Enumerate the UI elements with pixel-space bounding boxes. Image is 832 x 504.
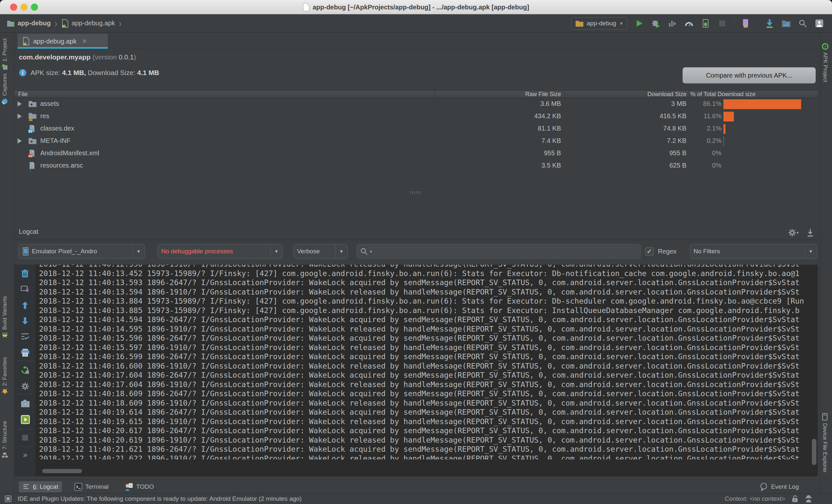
stripe-item-device-file-explorer[interactable]: Device File Explorer — [822, 413, 828, 473]
unlock-icon[interactable] — [792, 495, 798, 503]
breadcrumb-item-app-debug[interactable]: app-debug — [6, 20, 51, 27]
soft-wraps-icon[interactable] — [21, 333, 29, 341]
event-log-button[interactable]: Event Log — [759, 480, 799, 494]
editor-logcat-splitter[interactable] — [14, 189, 818, 196]
run-icon[interactable] — [634, 19, 644, 28]
apk-analyzer-editor: app-debug.apk ✕ com.developer.myapp (ver… — [14, 32, 818, 196]
project-structure-icon[interactable] — [781, 19, 791, 28]
expand-arrow-icon[interactable] — [18, 114, 22, 119]
raw-file-size: 3.5 KB — [542, 162, 561, 169]
manifest-file-icon: <> — [28, 149, 36, 158]
context-widget[interactable]: Context: <no context> — [725, 495, 785, 502]
sdk-manager-icon[interactable] — [765, 19, 775, 28]
attach-debugger-icon[interactable] — [701, 19, 710, 28]
log-console[interactable]: 2018-12-12 11:40:12.590 1896-1910/? I/Gn… — [36, 265, 818, 459]
more-actions-icon[interactable]: » — [23, 450, 27, 459]
log-level-select[interactable]: Verbose ▼ — [293, 244, 348, 259]
log-line: 2018-12-12 11:40:16.599 1896-2647/? I/Gn… — [39, 352, 818, 361]
breadcrumb-item-app-debug.apk[interactable]: app-debug.apk — [61, 19, 115, 28]
clear-logcat-icon[interactable] — [21, 269, 29, 278]
notification-icon[interactable] — [4, 495, 12, 502]
debug-icon[interactable] — [651, 19, 661, 28]
stripe-item-apk-project[interactable]: APK Project — [822, 43, 829, 82]
log-line: 2018-12-12 11:40:13.884 15973-15989/? I/… — [39, 297, 818, 306]
toolwindow-tab-terminal[interactable]: Terminal — [71, 481, 112, 492]
chevron-down-icon: ▼ — [132, 244, 145, 258]
search-everywhere-icon[interactable] — [798, 19, 808, 28]
stripe-item-7-structure[interactable]: 7: Structure — [2, 421, 8, 458]
captures-icon — [2, 98, 8, 105]
column-header-file[interactable]: File — [18, 91, 28, 98]
arsc-file-icon: ? — [28, 161, 36, 170]
table-row-classes.dex[interactable]: 01classes.dex81.1 KB74.8 KB2.1% — [14, 123, 818, 135]
apk-size-value: 4.1 MB, — [62, 69, 86, 76]
log-line: 2018-12-12 11:40:17.604 1896-2647/? I/Gn… — [39, 370, 818, 380]
close-tab-icon[interactable]: ✕ — [82, 37, 87, 45]
column-header-download-size[interactable]: Download Size — [647, 91, 686, 98]
regex-checkbox[interactable]: ✓ — [645, 247, 654, 256]
print-icon[interactable] — [21, 348, 29, 357]
toolwindow-tab-6-logcat[interactable]: 6: Logcat — [19, 481, 62, 492]
screenshot-camera-icon[interactable] — [21, 399, 29, 408]
tab-app-debug-apk[interactable]: app-debug.apk ✕ — [18, 34, 108, 49]
stop-disabled-icon[interactable] — [21, 433, 29, 442]
log-line: 2018-12-12 11:40:20.619 1896-1910/? I/Gn… — [39, 436, 818, 445]
gear-icon — [788, 228, 797, 237]
apk-project-icon — [822, 43, 829, 50]
profile-icon[interactable] — [668, 19, 677, 28]
expand-arrow-icon[interactable] — [18, 101, 22, 107]
gutter-separator — [18, 429, 32, 429]
settings-gear-icon[interactable] — [21, 382, 29, 390]
table-row-assets[interactable]: assets3.6 MB3 MB86.1% — [14, 98, 818, 110]
stripe-item-1-project[interactable]: 1: Project — [2, 38, 8, 71]
table-row-resources.arsc[interactable]: ?resources.arsc3.5 KB625 B0% — [14, 160, 818, 172]
column-header-percent-total[interactable]: % of Total Download size — [690, 91, 756, 98]
down-stack-trace-icon[interactable] — [21, 317, 29, 325]
log-line: 2018-12-12 11:40:13.593 1896-2647/? I/Gn… — [39, 278, 818, 287]
regex-label: Regex — [658, 248, 677, 255]
percent-of-total: 86.1% — [703, 100, 722, 108]
log-line: 2018-12-12 11:40:13.594 1896-1910/? I/Gn… — [39, 287, 818, 297]
stop-icon[interactable] — [717, 19, 727, 28]
vertical-scrollbar[interactable] — [812, 439, 816, 465]
table-row-META-INF[interactable]: META-INF7.4 KB7.2 KB0.2% — [14, 135, 818, 147]
restart-icon[interactable] — [21, 366, 29, 374]
package-name-line: com.developer.myapp (version 0.0.1) — [19, 53, 136, 61]
stripe-item-2-favorites[interactable]: 2: Favorites — [2, 357, 8, 395]
up-stack-trace-icon[interactable] — [21, 301, 29, 309]
avatar-icon[interactable] — [814, 19, 824, 28]
svg-text:?: ? — [29, 166, 32, 170]
table-row-AndroidManifest.xml[interactable]: <>AndroidManifest.xml955 B955 B0% — [14, 147, 818, 160]
download-size: 7.2 KB — [667, 137, 686, 144]
incognito-icon[interactable] — [805, 495, 812, 503]
download-size: 625 B — [670, 162, 686, 169]
apk-file-icon — [22, 37, 30, 46]
log-line: 2018-12-12 11:40:15.597 1896-1910/? I/Gn… — [39, 343, 818, 352]
document-icon — [303, 3, 309, 11]
logcat-settings-button[interactable]: ▾ — [788, 228, 799, 237]
stripe-label: APK Project — [822, 52, 828, 82]
run-configuration-select[interactable]: app-debug ▼ — [571, 17, 628, 30]
horizontal-scrollbar[interactable] — [42, 469, 82, 473]
export-log-button[interactable] — [806, 228, 814, 237]
stripe-item-build-variants[interactable]: Build Variants — [2, 296, 8, 339]
stripe-item-captures[interactable]: Captures — [2, 74, 8, 105]
log-line: 2018-12-12 11:40:13.452 15973-15989/? I/… — [39, 269, 818, 278]
breadcrumb-label: app-debug.apk — [72, 20, 115, 27]
expand-arrow-icon[interactable] — [18, 138, 22, 143]
avd-manager-icon[interactable] — [741, 19, 751, 28]
device-select[interactable]: Emulator Pixel_-_Andro ▼ — [19, 244, 145, 259]
scroll-to-end-icon[interactable] — [21, 285, 29, 293]
filters-select[interactable]: No Filters ▼ — [690, 244, 817, 259]
profiler-icon[interactable] — [684, 19, 694, 28]
toolwindow-tab-todo[interactable]: TODO — [121, 481, 158, 492]
compare-with-previous-apk-button[interactable]: Compare with previous APK... — [682, 67, 816, 83]
apk-summary: com.developer.myapp (version 0.0.1) APK … — [14, 49, 818, 90]
table-row-res[interactable]: res434.2 KB416.5 KB11.6% — [14, 110, 818, 123]
search-input[interactable] — [374, 248, 637, 255]
column-header-raw-file-size[interactable]: Raw File Size — [525, 91, 561, 98]
screen-record-icon[interactable] — [21, 415, 29, 423]
file-name: resources.arsc — [40, 162, 83, 169]
logcat-search-field[interactable]: ▾ — [357, 244, 641, 259]
process-select[interactable]: No debuggable processes ▼ — [158, 244, 283, 259]
